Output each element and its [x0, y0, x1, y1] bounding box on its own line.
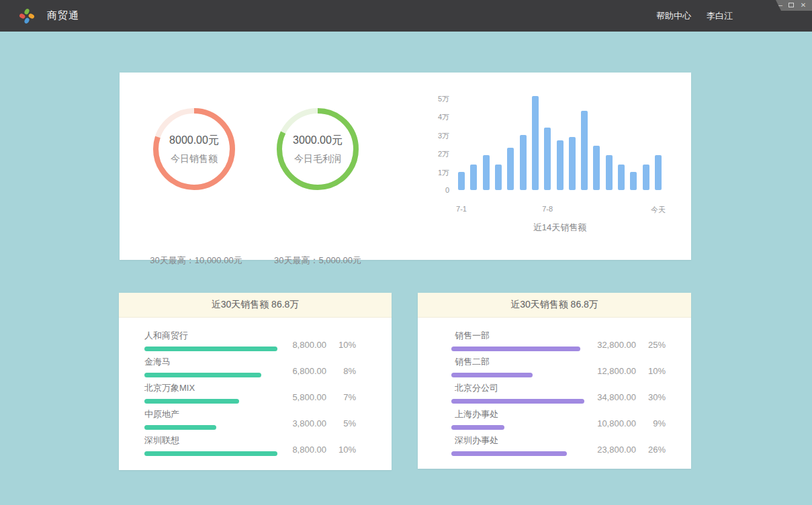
- rank-row-percent: 25%: [636, 340, 666, 350]
- customers-card-title: 近30天销售额 86.8万: [119, 293, 392, 318]
- rank-row-amount: 10,800.00: [597, 418, 636, 428]
- sales-bar: [655, 155, 662, 190]
- rank-row-amount: 34,800.00: [597, 392, 636, 402]
- today-sales-label: 今日销售额: [171, 153, 218, 165]
- today-sales-donut: 8000.00元 今日销售额: [150, 105, 238, 193]
- maximize-icon: [788, 3, 794, 7]
- rank-row-bar: [451, 451, 567, 456]
- rank-row-amount: 12,800.00: [597, 366, 636, 376]
- sales-bar: [643, 165, 649, 190]
- rank-row-amount: 8,800.00: [292, 445, 326, 455]
- dashboard: 8000.00元 今日销售额 30天最高：10,000.00元 3000.00元…: [0, 32, 812, 505]
- today-profit-value: 3000.00元: [293, 134, 343, 148]
- sales-bar: [630, 172, 637, 190]
- rank-row-amount: 32,800.00: [597, 340, 636, 350]
- customers-ranking-card: 近30天销售额 86.8万 人和商贸行8,800.0010%金海马6,800.0…: [119, 293, 392, 470]
- rank-row: 上海办事处10,800.009%: [451, 406, 666, 432]
- departments-ranking-card: 近30天销售额 86.8万 销售一部32,800.0025%销售二部12,800…: [418, 293, 691, 469]
- sales-bar: [581, 111, 588, 190]
- rank-row-amount: 5,800.00: [292, 392, 326, 402]
- rank-row-bar: [451, 425, 504, 430]
- minimize-button[interactable]: —: [776, 2, 782, 9]
- sales-bar: [507, 148, 514, 190]
- help-center-link[interactable]: 帮助中心: [656, 10, 691, 22]
- sales-bar: [495, 165, 502, 190]
- sales-bar: [470, 165, 477, 190]
- sales-bar: [532, 96, 539, 190]
- rank-row-bar: [144, 373, 261, 377]
- close-button[interactable]: ✕: [800, 2, 807, 9]
- rank-row-percent: 10%: [326, 445, 356, 455]
- rank-row: 金海马6,800.008%: [144, 353, 356, 379]
- rank-row-percent: 5%: [326, 418, 356, 428]
- x-axis-label: 7-1: [456, 205, 467, 213]
- sales-bar: [593, 146, 600, 190]
- rank-row-percent: 9%: [636, 418, 666, 428]
- rank-row-bar: [144, 347, 277, 351]
- departments-rank-list: 销售一部32,800.0025%销售二部12,800.0010%北京分公司34,…: [418, 318, 691, 458]
- rank-row-values: 3,800.005%: [292, 418, 356, 428]
- rank-row-bar: [451, 347, 580, 351]
- user-menu[interactable]: 李白江: [707, 10, 733, 22]
- sales-bar: [544, 128, 551, 190]
- rank-row-bar: [451, 399, 584, 404]
- rank-row-percent: 30%: [636, 392, 666, 402]
- rank-row-percent: 26%: [636, 445, 666, 455]
- rank-row: 人和商贸行8,800.0010%: [144, 327, 356, 353]
- rank-row-amount: 6,800.00: [292, 366, 326, 376]
- app-logo-icon: [18, 7, 36, 25]
- sales-bar: [557, 140, 563, 190]
- rank-row: 销售一部32,800.0025%: [451, 327, 666, 353]
- y-axis-label: 0: [428, 186, 449, 194]
- y-axis-label: 4万: [428, 112, 449, 122]
- rank-row-values: 5,800.007%: [292, 392, 356, 402]
- rank-row-values: 6,800.008%: [292, 366, 356, 376]
- sales-14day-chart: 01万2万3万4万5万 7-17-8今天 近14天销售额: [428, 73, 683, 260]
- rank-row-amount: 23,800.00: [597, 445, 636, 455]
- rank-row-values: 8,800.0010%: [292, 445, 356, 455]
- rank-row-values: 8,800.0010%: [292, 340, 356, 350]
- sales-bar: [520, 135, 527, 190]
- rank-row-bar: [144, 451, 277, 456]
- sales-bar: [618, 165, 625, 190]
- sales-bar: [483, 155, 490, 190]
- rank-row-bar: [451, 373, 533, 377]
- title-bar: 商贸通 帮助中心 李白江 — ✕: [0, 0, 812, 32]
- rank-row: 北京万象MIX5,800.007%: [144, 379, 356, 406]
- rank-row-percent: 10%: [326, 340, 356, 350]
- rank-row: 深圳办事处23,800.0026%: [451, 432, 666, 458]
- rank-row: 销售二部12,800.0010%: [451, 353, 666, 379]
- rank-row: 北京分公司34,800.0030%: [451, 379, 666, 406]
- rank-row: 深圳联想8,800.0010%: [144, 432, 356, 458]
- x-axis-label: 今天: [651, 205, 666, 215]
- y-axis-label: 5万: [428, 94, 449, 104]
- rank-row-percent: 7%: [326, 392, 356, 402]
- profit-30day-max: 30天最高：5,000.00元: [237, 255, 398, 267]
- sales-bar: [569, 137, 576, 190]
- departments-card-title: 近30天销售额 86.8万: [418, 293, 691, 318]
- y-axis-label: 2万: [428, 149, 449, 159]
- y-axis-label: 3万: [428, 131, 449, 141]
- today-sales-value: 8000.00元: [169, 134, 219, 148]
- today-profit-donut: 3000.00元 今日毛利润: [274, 105, 361, 193]
- rank-row-values: 34,800.0030%: [597, 392, 666, 402]
- y-axis-label: 1万: [428, 168, 449, 178]
- customers-rank-list: 人和商贸行8,800.0010%金海马6,800.008%北京万象MIX5,80…: [119, 318, 392, 458]
- rank-row-percent: 10%: [636, 366, 666, 376]
- sales-bar: [606, 155, 613, 190]
- x-axis-label: 7-8: [542, 205, 553, 213]
- bar-series: [458, 89, 662, 190]
- rank-row-amount: 3,800.00: [292, 418, 326, 428]
- overview-card: 8000.00元 今日销售额 30天最高：10,000.00元 3000.00元…: [120, 73, 691, 260]
- window-controls: — ✕: [770, 0, 812, 11]
- rank-row-percent: 8%: [326, 366, 356, 376]
- rank-row: 中原地产3,800.005%: [144, 406, 356, 432]
- maximize-button[interactable]: [788, 2, 795, 9]
- today-profit-label: 今日毛利润: [294, 153, 341, 165]
- rank-row-bar: [144, 425, 216, 430]
- rank-row-bar: [144, 399, 239, 404]
- chart-caption: 近14天销售额: [458, 222, 662, 234]
- sales-bar: [458, 172, 465, 190]
- rank-row-values: 12,800.0010%: [597, 366, 666, 376]
- rank-row-values: 10,800.009%: [597, 418, 666, 428]
